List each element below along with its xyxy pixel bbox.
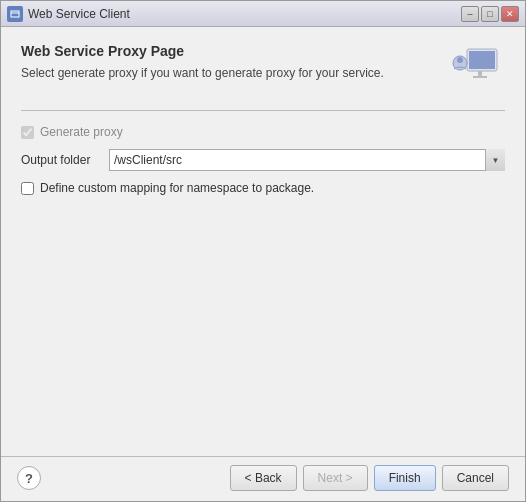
svg-rect-5: [473, 76, 487, 78]
output-folder-label: Output folder: [21, 153, 101, 167]
footer: ? < Back Next > Finish Cancel: [1, 456, 525, 501]
maximize-button[interactable]: □: [481, 6, 499, 22]
output-folder-wrapper: /wsClient/src ▼: [109, 149, 505, 171]
cancel-button[interactable]: Cancel: [442, 465, 509, 491]
next-button[interactable]: Next >: [303, 465, 368, 491]
wizard-graphic: [445, 43, 505, 98]
page-title: Web Service Proxy Page: [21, 43, 435, 59]
header-divider: [21, 110, 505, 111]
output-folder-select[interactable]: /wsClient/src: [109, 149, 505, 171]
custom-mapping-checkbox[interactable]: [21, 182, 34, 195]
svg-rect-4: [478, 71, 482, 76]
footer-left: ?: [17, 466, 41, 490]
form-area: Generate proxy Output folder /wsClient/s…: [21, 125, 505, 285]
content-area: Web Service Proxy Page Select generate p…: [1, 27, 525, 456]
generate-proxy-label: Generate proxy: [40, 125, 123, 139]
title-bar: Web Service Client – □ ✕: [1, 1, 525, 27]
svg-rect-3: [469, 51, 495, 69]
close-button[interactable]: ✕: [501, 6, 519, 22]
generate-proxy-checkbox[interactable]: [21, 126, 34, 139]
page-header: Web Service Proxy Page Select generate p…: [21, 43, 505, 98]
help-button[interactable]: ?: [17, 466, 41, 490]
content-spacer: [21, 285, 505, 445]
footer-buttons: < Back Next > Finish Cancel: [230, 465, 509, 491]
main-window: Web Service Client – □ ✕ Web Service Pro…: [0, 0, 526, 502]
window-title: Web Service Client: [28, 7, 130, 21]
title-bar-controls: – □ ✕: [461, 6, 519, 22]
minimize-button[interactable]: –: [461, 6, 479, 22]
generate-proxy-row: Generate proxy: [21, 125, 505, 139]
window-icon: [7, 6, 23, 22]
custom-mapping-row: Define custom mapping for namespace to p…: [21, 181, 505, 195]
page-description: Select generate proxy if you want to gen…: [21, 65, 435, 82]
custom-mapping-label: Define custom mapping for namespace to p…: [40, 181, 314, 195]
output-folder-row: Output folder /wsClient/src ▼: [21, 149, 505, 171]
back-button[interactable]: < Back: [230, 465, 297, 491]
svg-rect-0: [11, 11, 19, 17]
finish-button[interactable]: Finish: [374, 465, 436, 491]
header-text: Web Service Proxy Page Select generate p…: [21, 43, 435, 82]
svg-point-7: [457, 57, 463, 63]
title-bar-left: Web Service Client: [7, 6, 130, 22]
